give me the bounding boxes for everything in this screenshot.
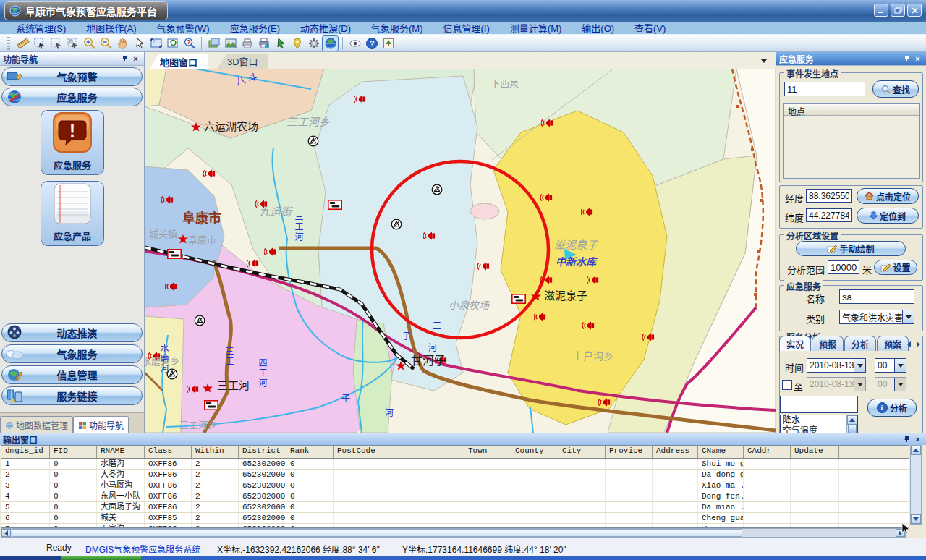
nav-weather-warning[interactable]: 气象预警: [1, 67, 143, 86]
set-button[interactable]: 设置: [874, 260, 917, 275]
tab-scroll-right[interactable]: [914, 339, 922, 349]
date-to-select[interactable]: 2010-08-13: [807, 377, 866, 391]
dropdown-arrow-icon[interactable]: [854, 359, 865, 372]
restore-button[interactable]: [891, 4, 905, 17]
zoom-out-button[interactable]: [98, 35, 114, 51]
grid-column-header[interactable]: FID: [50, 446, 97, 458]
go-arrow-button[interactable]: [272, 35, 289, 51]
grid-column-header[interactable]: PostCode: [334, 446, 464, 458]
table-row[interactable]: 10水磨沟OXFF8626523020000Shui mo gou: [1, 459, 909, 470]
grid-column-header[interactable]: Address: [653, 446, 698, 458]
zoom-in-button[interactable]: [81, 35, 98, 51]
dropdown-arrow-icon[interactable]: [894, 359, 906, 372]
station-flag-icon[interactable]: [328, 200, 341, 209]
result-grid[interactable]: dmgis_idFIDRNAMEClassWithinDistrictRankP…: [1, 445, 909, 528]
map-canvas[interactable]: [145, 69, 776, 433]
table-row[interactable]: 40东风一小队OXFF8626523020000Dong fen...: [1, 491, 909, 502]
print-button[interactable]: [239, 35, 255, 51]
hour-from-select[interactable]: 00: [875, 358, 906, 373]
mine-symbol-icon[interactable]: [195, 315, 205, 326]
analysis-tab-4[interactable]: 预案: [877, 336, 909, 351]
menu-item-2[interactable]: 地图操作(A): [76, 21, 146, 35]
grid-column-header[interactable]: Rank: [286, 446, 334, 458]
settings-gear-button[interactable]: [305, 35, 322, 51]
element-list-scrollbar[interactable]: [846, 415, 857, 433]
grid-column-header[interactable]: RNAME: [97, 446, 145, 458]
dropdown-arrow-icon[interactable]: [894, 378, 906, 391]
analyze-button[interactable]: i 分析: [867, 399, 917, 417]
grid-column-header[interactable]: Update: [791, 446, 839, 458]
nav-service-links[interactable]: 服务链接: [1, 386, 143, 405]
service-name-input[interactable]: [839, 289, 914, 304]
menu-item-1[interactable]: 系统管理(S): [6, 21, 76, 35]
grid-column-header[interactable]: District: [239, 446, 286, 458]
table-row[interactable]: 20大冬沟OXFF8626523020000Da dong gou: [1, 470, 909, 480]
dropdown-arrow-icon[interactable]: [854, 378, 865, 391]
grid-column-header[interactable]: County: [511, 446, 558, 458]
grid-column-header[interactable]: Provice: [606, 446, 653, 458]
analysis-tab-1[interactable]: 实况: [779, 336, 811, 351]
menu-item-10[interactable]: 查看(V): [624, 21, 676, 35]
big-button-emergency-service[interactable]: ! 应急服务: [41, 110, 104, 175]
station-flag-icon[interactable]: [512, 294, 525, 303]
layers-button[interactable]: [205, 35, 222, 51]
location-input[interactable]: [784, 82, 865, 96]
manual-draw-button[interactable]: 手动绘制: [796, 241, 906, 256]
grid-column-header[interactable]: Town: [464, 446, 511, 458]
close-icon[interactable]: ×: [912, 434, 923, 444]
table-row[interactable]: 60城关OXFF8526523020000Cheng guan: [1, 513, 909, 524]
grid-horizontal-scrollbar[interactable]: [1, 528, 906, 538]
pin-icon[interactable]: [901, 54, 912, 64]
pin-icon[interactable]: [119, 54, 130, 64]
help-button[interactable]: ?: [363, 35, 380, 51]
select-box-3-button[interactable]: [64, 35, 81, 51]
select-box-button[interactable]: [31, 35, 48, 51]
element-list[interactable]: 降水空气温度: [780, 415, 858, 433]
grid-vertical-scrollbar[interactable]: [910, 445, 922, 525]
menu-item-6[interactable]: 气象服务(M): [361, 21, 433, 35]
pan-hand-button[interactable]: [114, 35, 131, 51]
station-flag-icon[interactable]: [168, 250, 181, 258]
menu-item-9[interactable]: 输出(O): [572, 21, 624, 35]
analysis-tab-2[interactable]: 预报: [812, 336, 844, 351]
tab-map-window[interactable]: 地图窗口: [149, 54, 208, 70]
export-image-button[interactable]: [222, 35, 239, 51]
minimize-button[interactable]: [874, 4, 888, 17]
menu-item-7[interactable]: 信息管理(I): [433, 21, 500, 35]
tab-scroll-left[interactable]: [905, 339, 912, 349]
placemark-button[interactable]: [289, 35, 305, 51]
close-icon[interactable]: ×: [912, 54, 923, 64]
grid-column-header[interactable]: dmgis_id: [1, 446, 50, 458]
grid-column-header[interactable]: Class: [145, 446, 192, 458]
range-input[interactable]: [828, 260, 859, 274]
grid-column-header[interactable]: CName: [698, 446, 744, 458]
to-date-checkbox[interactable]: [782, 380, 792, 390]
select-box-2-button[interactable]: [48, 35, 64, 51]
big-button-emergency-product[interactable]: 应急产品: [41, 181, 104, 246]
menu-item-8[interactable]: 测量计算(M): [500, 21, 572, 35]
full-extent-button[interactable]: [148, 35, 164, 51]
close-button[interactable]: [907, 4, 922, 17]
globe-3d-button[interactable]: [322, 35, 339, 51]
element-value-box[interactable]: [780, 396, 858, 413]
table-row[interactable]: 30小马厩沟OXFF8626523020000Xiao ma ...: [1, 480, 909, 491]
grid-column-header[interactable]: City: [558, 446, 606, 458]
mine-symbol-icon[interactable]: [391, 219, 402, 229]
find-button[interactable]: 查找: [872, 80, 919, 98]
toolbar-grip[interactable]: [7, 37, 10, 50]
ruler-button[interactable]: [14, 35, 31, 51]
pointer-button[interactable]: [131, 35, 148, 51]
analysis-tab-3[interactable]: 分析: [844, 336, 876, 351]
tab-map-data-management[interactable]: 地图数据管理: [0, 416, 73, 433]
mine-symbol-icon[interactable]: [167, 369, 177, 379]
close-icon[interactable]: ×: [130, 54, 141, 64]
grid-column-header[interactable]: CAddr: [744, 446, 791, 458]
location-list[interactable]: 地点: [783, 103, 920, 179]
mine-symbol-icon[interactable]: [308, 136, 318, 146]
goto-location-button[interactable]: 定位到: [857, 208, 919, 224]
refresh-button[interactable]: [164, 35, 181, 51]
menu-item-3[interactable]: 气象预警(W): [147, 21, 220, 35]
scrollbar-thumb[interactable]: [12, 529, 742, 537]
tab-3d-window[interactable]: 3D窗口: [217, 54, 268, 69]
service-type-select[interactable]: 气象和洪水灾害: [839, 310, 914, 324]
